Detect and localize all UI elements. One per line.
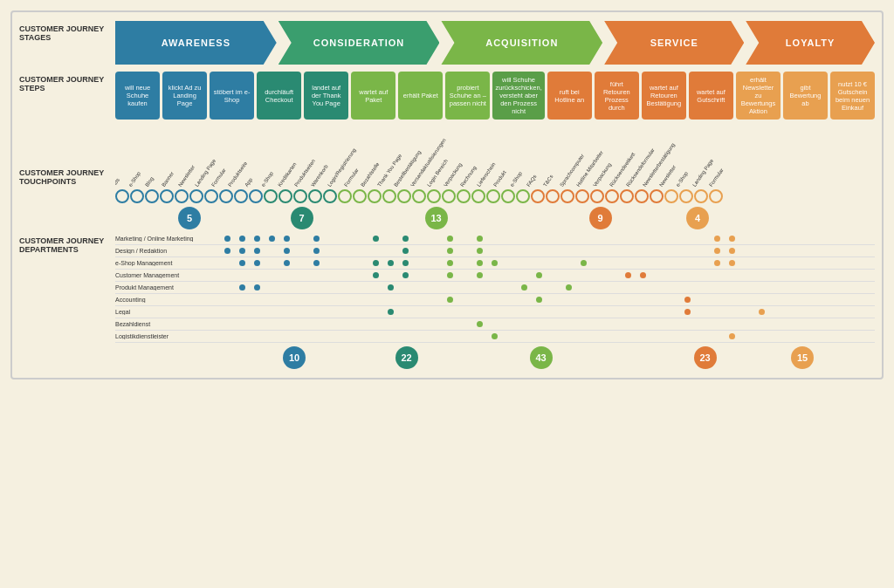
tp-label-26: T&Cs [542,172,555,188]
dept-dots [220,294,768,306]
dept-dot [729,333,735,339]
dept-row: Logistikdienstleister [115,331,875,343]
tp-circle-30 [560,189,574,203]
tp-count-badge-teal: 7 [291,207,313,229]
tp-circle-20 [412,189,426,203]
dept-count-badge-blue: 10 [283,346,306,369]
touchpoints-content: Ads e-Shop Blog Banner Newsletter Landin… [115,125,875,229]
tp-label-7: Produktseite [227,172,240,188]
tp-circle-17 [368,189,382,203]
stage-acquisition: ACQUISITION [441,21,602,65]
tp-circle-39 [694,189,708,203]
dept-dot [388,284,394,291]
stage-consideration: CONSIDERATION [279,21,440,65]
tp-circle-23 [457,189,471,203]
tp-label-9: e-Shop [260,172,273,188]
touchpoints-label: CUSTOMER JOURNEY TOUCHPOINTS [19,125,115,186]
tp-circle-8 [234,189,248,203]
step-10: führt Retouren Prozess durch [595,72,639,120]
tp-label-12: Warenkorb [310,172,323,188]
dept-dot [581,260,587,266]
tp-circle-7 [219,189,233,203]
dept-dots [220,233,768,245]
step-13: erhält Newsletter zu Bewertungs Aktion [736,72,781,120]
tp-label-6: Formular [210,172,224,188]
step-12: wartet auf Gutschrift [689,72,733,120]
dept-row: Produkt Management [115,282,875,294]
tp-label-36: Formular [708,172,721,188]
step-1: klickt Ad zu Landing Page [162,72,207,120]
dept-dot [388,309,394,315]
steps-boxes: will neue Schuhe kaufen klickt Ad zu Lan… [115,72,875,120]
tp-circle-6 [204,189,218,203]
step-7: probiert Schuhe an – passen nicht [445,72,490,120]
tp-counts-row: 571394 [115,207,875,229]
dept-dot [729,236,735,242]
dept-dot [714,260,720,266]
tp-circle-5 [189,189,203,203]
tp-circle-21 [427,189,441,203]
stages-label-line1: CUSTOMER JOURNEY [19,24,115,33]
dept-name: Customer Management [115,272,220,278]
tp-circle-15 [338,189,352,203]
dept-dot [269,236,275,242]
tp-label-23: Produkt [492,172,505,188]
tp-label-31: Rücksendeformular [625,172,638,188]
stage-service: SERVICE [604,21,744,65]
dept-label: CUSTOMER JOURNEY DEPARTMENTS [19,233,115,254]
dept-row: Marketing / Online Marketing [115,233,875,245]
steps-label-line2: STEPS [19,84,115,92]
tp-circle-28 [531,189,545,203]
dept-dot [373,236,379,242]
tp-label-11: Produktseiten [293,172,306,188]
tp-labels-row: Ads e-Shop Blog Banner Newsletter Landin… [115,125,875,188]
tp-count-badge-blue: 5 [178,207,201,229]
stages-label-line2: STAGES [19,33,115,42]
tp-circle-9 [249,189,263,203]
tp-circle-19 [397,189,411,203]
tp-label-33: Newsletter [658,172,671,188]
tp-circle-22 [442,189,456,203]
tp-circle-16 [353,189,367,203]
step-3: durchläuft Checkout [257,72,301,120]
main-container: CUSTOMER JOURNEY STAGES AWARENESS CONSID… [10,10,884,379]
dept-dots [220,306,768,318]
dept-dot [224,236,230,242]
tp-label-21: Rechnung [459,172,472,188]
dept-dots [220,245,768,257]
dept-row: Customer Management [115,270,875,282]
dept-dot [254,236,260,242]
stages-label: CUSTOMER JOURNEY STAGES [19,21,115,42]
tp-circle-29 [546,189,560,203]
tp-label-27: Sprachcomputer [559,172,572,188]
dept-dot [239,236,245,242]
steps-row: CUSTOMER JOURNEY STEPS will neue Schuhe … [19,72,875,120]
dept-dot [477,272,483,278]
steps-content: will neue Schuhe kaufen klickt Ad zu Lan… [115,72,875,120]
dept-dots [220,331,768,343]
dept-dot [447,236,453,242]
step-2: stöbert im e-Shop [210,72,254,120]
dept-dot [729,248,735,254]
dept-dot [729,260,735,266]
tp-circle-10 [264,189,278,203]
dept-name: Marketing / Online Marketing [115,236,220,242]
dept-dot [477,236,483,242]
dept-dot [684,309,691,315]
tp-label-0: Ads [115,172,124,188]
tp-circle-34 [620,189,634,203]
dept-dot [284,260,290,266]
tp-label-1: e-Shop [127,172,141,188]
tp-circle-11 [279,189,292,203]
dept-dot [447,248,453,254]
dept-dot [684,297,691,303]
tp-circle-38 [679,189,693,203]
dept-dot [521,284,527,291]
tp-label-32: Newsletterbestätigung [642,172,655,188]
tp-label-line1: CUSTOMER JOURNEY [19,168,115,177]
tp-circle-12 [293,189,307,203]
step-8: will Schuhe zurückschicken, versteht abe… [492,72,544,120]
step-5: wartet auf Paket [351,72,395,120]
step-0: will neue Schuhe kaufen [115,72,160,120]
dept-dot [402,260,409,266]
